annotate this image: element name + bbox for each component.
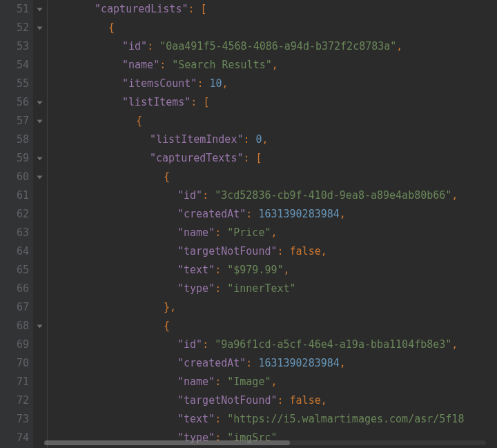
code-editor[interactable]: 5152535455565758596061626364656667686970…: [0, 0, 497, 448]
fold-toggle-icon[interactable]: [37, 155, 43, 162]
line-number: 62: [0, 205, 33, 224]
token-punc: : [: [243, 149, 262, 168]
code-line[interactable]: "createdAt": 1631390283984,: [53, 354, 497, 373]
fold-column: [33, 0, 48, 448]
code-line[interactable]: "itemsCount": 10,: [53, 75, 497, 93]
line-number: 64: [0, 242, 33, 261]
code-area[interactable]: "capturedLists": [{"id": "0aa491f5-4568-…: [48, 0, 497, 448]
token-key: "id": [177, 186, 202, 205]
token-punc: :: [246, 354, 258, 373]
fold-toggle-icon[interactable]: [37, 99, 43, 106]
line-number: 51: [0, 0, 33, 19]
line-number: 68: [0, 317, 33, 335]
line-number: 70: [0, 354, 33, 373]
line-number: 54: [0, 56, 33, 75]
line-number: 71: [0, 373, 33, 391]
horizontal-scrollbar[interactable]: [44, 440, 486, 445]
token-kw: false: [290, 242, 321, 261]
code-line[interactable]: "id": "9a96f1cd-a5cf-46e4-a19a-bba1104fb…: [53, 335, 497, 354]
token-punc: ,: [271, 373, 277, 391]
token-punc: {: [108, 19, 115, 37]
token-punc: :: [159, 56, 172, 75]
token-punc: ,: [321, 391, 327, 410]
token-str: "9a96f1cd-a5cf-46e4-a19a-bba1104fb8e3": [215, 335, 451, 354]
code-line[interactable]: "capturedLists": [: [53, 0, 497, 19]
code-line[interactable]: "name": "Price",: [53, 224, 497, 242]
code-line[interactable]: "text": "https://i5.walmartimages.com/as…: [53, 410, 497, 429]
token-num: 1631390283984: [258, 205, 339, 224]
token-punc: ,: [451, 186, 458, 205]
token-str: "Image": [227, 373, 271, 391]
token-key: "id": [177, 335, 202, 354]
line-number: 63: [0, 224, 33, 242]
token-key: "text": [177, 261, 215, 280]
token-punc: : [: [191, 93, 209, 112]
token-key: "targetNotFound": [177, 391, 277, 410]
fold-toggle-icon[interactable]: [37, 323, 43, 330]
code-line[interactable]: {: [53, 317, 497, 335]
token-punc: ,: [340, 354, 346, 373]
token-key: "name": [177, 224, 215, 242]
token-punc: :: [147, 37, 159, 56]
line-number: 69: [0, 335, 33, 354]
code-line[interactable]: {: [53, 19, 497, 37]
token-punc: :: [215, 410, 227, 429]
token-str: "innerText": [227, 280, 295, 298]
line-number: 55: [0, 75, 33, 93]
line-number: 56: [0, 93, 33, 112]
line-number: 74: [0, 429, 33, 447]
fold-toggle-icon[interactable]: [37, 118, 43, 125]
code-line[interactable]: "capturedTexts": [: [53, 149, 497, 168]
code-line[interactable]: "name": "Search Results",: [53, 56, 497, 75]
code-line[interactable]: "listItemIndex": 0,: [53, 130, 497, 149]
code-line[interactable]: "createdAt": 1631390283984,: [53, 205, 497, 224]
token-punc: {: [136, 112, 142, 130]
token-punc: :: [243, 130, 255, 149]
code-line[interactable]: "targetNotFound": false,: [53, 391, 497, 410]
token-key: "id": [122, 37, 147, 56]
code-line[interactable]: "name": "Image",: [53, 373, 497, 391]
token-key: "targetNotFound": [177, 242, 277, 261]
token-punc: {: [164, 168, 170, 186]
line-number: 67: [0, 298, 33, 317]
token-punc: :: [215, 280, 227, 298]
token-key: "name": [122, 56, 159, 75]
token-num: 10: [209, 75, 222, 93]
scrollbar-thumb[interactable]: [44, 440, 290, 445]
token-key: "listItems": [122, 93, 191, 112]
line-number: 65: [0, 261, 33, 280]
code-line[interactable]: {: [53, 112, 497, 130]
fold-toggle-icon[interactable]: [37, 25, 43, 32]
code-line[interactable]: "id": "0aa491f5-4568-4086-a94d-b372f2c87…: [53, 37, 497, 56]
token-punc: :: [277, 391, 290, 410]
line-number: 57: [0, 112, 33, 130]
code-line[interactable]: "id": "3cd52836-cb9f-410d-9ea8-a89e4ab80…: [53, 186, 497, 205]
token-key: "type": [177, 280, 215, 298]
code-line[interactable]: "type": "innerText": [53, 280, 497, 298]
token-punc: },: [164, 298, 176, 317]
token-str: "https://i5.walmartimages.com/asr/5f18: [227, 410, 464, 429]
code-line[interactable]: {: [53, 168, 497, 186]
token-punc: ,: [340, 205, 346, 224]
token-punc: :: [215, 261, 227, 280]
code-line[interactable]: "targetNotFound": false,: [53, 242, 497, 261]
token-num: 1631390283984: [258, 354, 339, 373]
line-number: 59: [0, 149, 33, 168]
token-punc: :: [197, 75, 209, 93]
line-number: 73: [0, 410, 33, 429]
token-key: "text": [177, 410, 215, 429]
token-key: "name": [177, 373, 215, 391]
fold-toggle-icon[interactable]: [37, 6, 43, 13]
token-punc: :: [202, 335, 215, 354]
fold-toggle-icon[interactable]: [37, 174, 43, 181]
line-number: 72: [0, 391, 33, 410]
code-line[interactable]: "text": "$979.99",: [53, 261, 497, 280]
code-line[interactable]: "listItems": [: [53, 93, 497, 112]
token-key: "listItemIndex": [150, 130, 243, 149]
token-punc: :: [202, 186, 215, 205]
line-number: 58: [0, 130, 33, 149]
token-punc: ,: [396, 37, 402, 56]
token-punc: :: [246, 205, 258, 224]
token-punc: {: [164, 317, 170, 335]
code-line[interactable]: },: [53, 298, 497, 317]
